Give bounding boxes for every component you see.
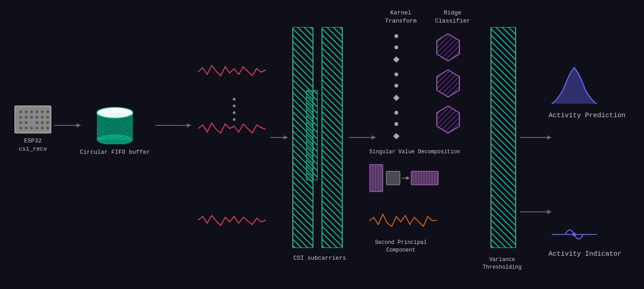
svg-point-2 — [25, 110, 27, 113]
esp32-label: ESP32 csi_recv — [13, 137, 53, 153]
vertical-dots-signals — [230, 95, 239, 122]
svg-point-66 — [395, 122, 398, 126]
svg-marker-84 — [547, 135, 552, 140]
svg-point-8 — [25, 116, 27, 119]
esp32-component: ESP32 csi_recv — [13, 104, 53, 135]
svg-rect-76 — [369, 165, 383, 192]
svg-rect-61 — [393, 56, 399, 63]
main-canvas: ESP32 csi_recv Circu — [0, 0, 644, 289]
arrow-fifo-csi — [155, 121, 191, 130]
matrix-col-short — [306, 90, 317, 180]
svg-point-13 — [19, 121, 22, 124]
second-pc-label: Second PrincipalComponent — [369, 239, 432, 254]
svg-marker-50 — [284, 135, 288, 140]
svg-rect-80 — [411, 171, 438, 185]
svg-rect-56 — [306, 90, 317, 180]
svg-point-65 — [395, 111, 398, 115]
svg-point-10 — [36, 116, 38, 119]
fifo-label: Circular FIFO buffer — [79, 149, 151, 156]
svg-marker-44 — [187, 123, 191, 128]
svg-point-7 — [19, 116, 22, 119]
svg-point-86 — [572, 233, 576, 236]
svg-point-15 — [30, 121, 33, 124]
svg-point-42 — [97, 107, 133, 118]
svg-marker-79 — [406, 176, 410, 180]
svg-point-3 — [30, 110, 33, 113]
svg-point-9 — [30, 116, 33, 119]
variance-label: VarianceThresholding — [482, 256, 522, 271]
svg-marker-69 — [437, 34, 459, 61]
svg-point-59 — [395, 34, 398, 38]
svg-point-19 — [19, 127, 22, 129]
svg-rect-67 — [393, 133, 399, 139]
svg-marker-88 — [547, 210, 552, 214]
svg-point-11 — [41, 116, 44, 119]
svg-point-45 — [233, 98, 236, 101]
svg-point-48 — [233, 118, 236, 121]
svg-point-23 — [41, 127, 44, 129]
svg-point-14 — [25, 121, 27, 124]
esp32-icon — [13, 104, 53, 135]
csi-signal-3 — [198, 207, 266, 234]
ridge-hexagons — [432, 32, 464, 140]
csi-signal-1 — [198, 59, 266, 86]
svg-marker-71 — [437, 106, 459, 133]
svg-point-16 — [36, 121, 38, 124]
arrow-variance-prediction — [520, 133, 552, 142]
second-pc-signal — [369, 207, 437, 234]
svg-marker-70 — [437, 70, 459, 97]
arrow-signals-matrix — [270, 133, 288, 142]
variance-threshold-col — [489, 27, 518, 248]
activity-indicator-shape — [547, 221, 601, 248]
svg-point-21 — [30, 127, 33, 129]
svg-rect-82 — [491, 27, 516, 248]
svg-point-1 — [19, 110, 22, 113]
matrix-col-2 — [320, 27, 345, 248]
svg-rect-54 — [322, 27, 342, 248]
ridge-label: RidgeClassifier — [430, 9, 475, 25]
svg-point-20 — [25, 127, 27, 129]
svg-point-4 — [36, 110, 38, 113]
svg-point-63 — [395, 84, 398, 87]
activity-prediction-curve — [547, 63, 601, 108]
svg-point-60 — [395, 46, 398, 49]
svg-rect-64 — [393, 95, 399, 101]
svg-point-24 — [46, 127, 49, 129]
svg-point-5 — [41, 110, 44, 113]
svg-point-6 — [46, 110, 49, 113]
kernel-dots-column — [390, 29, 403, 147]
svg-point-46 — [233, 105, 236, 107]
svg-point-12 — [46, 116, 49, 119]
activity-prediction-label: Activity Prediction — [549, 112, 639, 119]
svg-point-62 — [395, 73, 398, 76]
svg-rect-77 — [386, 171, 400, 185]
svg-point-17 — [41, 121, 44, 124]
kernel-label: KernelTransform — [378, 9, 423, 25]
svg-point-22 — [36, 127, 38, 129]
arrow-matrix-svd — [349, 133, 376, 142]
svg-point-47 — [233, 111, 236, 114]
activity-indicator-label: Activity Indicator — [549, 250, 639, 258]
svg-marker-58 — [372, 135, 376, 140]
arrow-variance-indicator — [520, 207, 552, 216]
svd-label: Singular Value Decomposition — [369, 149, 460, 155]
svg-point-18 — [46, 121, 49, 124]
csi-label: CSI subcarriers — [284, 255, 356, 261]
svd-matrices — [369, 160, 459, 196]
fifo-buffer-icon — [79, 99, 151, 144]
arrow-esp32-fifo — [54, 121, 81, 130]
